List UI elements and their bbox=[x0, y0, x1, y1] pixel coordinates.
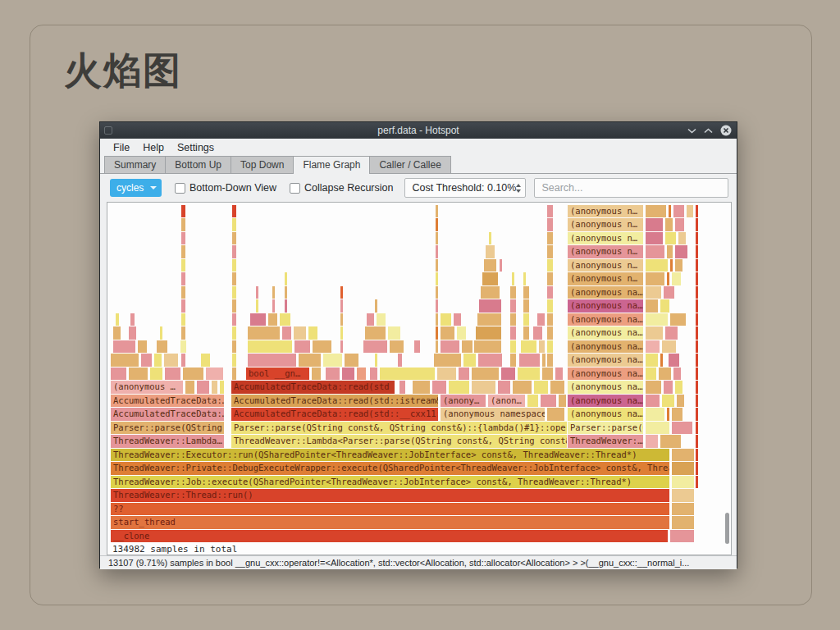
flame-bar[interactable] bbox=[486, 245, 495, 258]
flame-bar[interactable] bbox=[547, 354, 553, 367]
flame-bar[interactable] bbox=[299, 354, 321, 367]
flame-bar[interactable] bbox=[441, 340, 459, 354]
flame-bar[interactable] bbox=[547, 326, 553, 340]
flame-bar[interactable] bbox=[181, 313, 185, 326]
flame-bar[interactable] bbox=[206, 368, 223, 381]
flame-bar[interactable] bbox=[696, 408, 698, 421]
flame-bar[interactable]: (anony… bbox=[441, 395, 486, 408]
flame-bar[interactable] bbox=[232, 218, 236, 231]
flame-bar[interactable] bbox=[248, 326, 280, 340]
flame-bar[interactable] bbox=[646, 422, 669, 435]
flame-bar[interactable] bbox=[672, 408, 682, 421]
flame-bar[interactable]: (anon… bbox=[488, 395, 525, 408]
flame-bar[interactable] bbox=[476, 326, 501, 340]
flame-bar[interactable] bbox=[696, 232, 698, 245]
flame-bar[interactable] bbox=[547, 259, 553, 272]
flame-bar[interactable]: AccumulatedTraceData:… bbox=[111, 408, 224, 421]
flame-bar[interactable] bbox=[441, 326, 454, 340]
flame-bar[interactable] bbox=[547, 340, 553, 354]
flame-bar[interactable] bbox=[510, 286, 516, 299]
flame-bar[interactable] bbox=[181, 272, 185, 285]
flame-bar[interactable] bbox=[547, 232, 553, 245]
flame-bar[interactable] bbox=[696, 286, 698, 299]
search-input[interactable] bbox=[534, 178, 728, 198]
flame-bar[interactable] bbox=[375, 354, 377, 367]
window-titlebar[interactable]: perf.data - Hotspot bbox=[100, 122, 737, 139]
flame-bar[interactable] bbox=[294, 326, 306, 340]
flame-bar[interactable] bbox=[181, 286, 185, 299]
flame-bar[interactable] bbox=[510, 354, 516, 367]
flame-bar[interactable] bbox=[670, 313, 686, 326]
flame-bar[interactable] bbox=[484, 259, 496, 272]
flame-bar[interactable]: ThreadWeaver::Thread::run() bbox=[111, 489, 669, 502]
flame-bar[interactable] bbox=[232, 368, 236, 381]
flame-bar[interactable] bbox=[696, 340, 698, 354]
flame-bar[interactable] bbox=[367, 313, 374, 326]
flame-bar[interactable] bbox=[696, 395, 698, 408]
flame-bar[interactable] bbox=[201, 354, 210, 367]
flame-bar[interactable]: ThreadWeaver::Executor::run(QSharedPoint… bbox=[111, 449, 669, 462]
flame-bar[interactable] bbox=[436, 286, 438, 299]
flame-bar[interactable] bbox=[696, 381, 698, 394]
flame-bar[interactable] bbox=[434, 354, 461, 367]
flame-bar[interactable] bbox=[129, 368, 148, 381]
flame-bar[interactable] bbox=[696, 272, 698, 285]
flame-bar[interactable] bbox=[250, 313, 266, 326]
flame-bar[interactable] bbox=[678, 232, 686, 245]
flame-bar[interactable] bbox=[664, 286, 674, 299]
flame-bar[interactable] bbox=[481, 286, 500, 299]
flame-bar[interactable] bbox=[646, 245, 664, 258]
flame-bar[interactable] bbox=[150, 368, 162, 381]
flame-bar[interactable] bbox=[675, 218, 684, 231]
flame-bar[interactable] bbox=[313, 340, 331, 354]
flame-bar[interactable] bbox=[377, 313, 386, 326]
flame-bar[interactable]: (anonymous na… bbox=[568, 354, 643, 367]
flame-bar[interactable] bbox=[696, 354, 698, 367]
flame-bar[interactable] bbox=[154, 354, 162, 367]
flame-bar[interactable]: (anonymous na… bbox=[568, 286, 643, 299]
flame-bar[interactable] bbox=[510, 313, 516, 326]
flame-bar[interactable]: (anonymous namespace)… bbox=[441, 408, 545, 421]
flame-bar[interactable] bbox=[547, 408, 564, 421]
flame-bar[interactable] bbox=[432, 381, 446, 394]
flame-bar[interactable] bbox=[646, 435, 658, 448]
flame-bar[interactable] bbox=[181, 354, 185, 367]
flame-bar[interactable] bbox=[646, 326, 663, 340]
collapse-recursion-checkbox[interactable] bbox=[290, 183, 300, 194]
flame-bar[interactable] bbox=[312, 368, 321, 381]
flame-bar[interactable]: (anonymous na… bbox=[568, 340, 643, 354]
flame-bar[interactable] bbox=[696, 245, 698, 258]
flame-bar[interactable] bbox=[285, 286, 287, 299]
flame-bar[interactable] bbox=[667, 272, 669, 285]
flame-bar[interactable] bbox=[479, 299, 501, 313]
flame-bar[interactable]: ThreadWeaver:… bbox=[568, 435, 643, 448]
flame-bar[interactable] bbox=[323, 354, 342, 367]
flame-bar[interactable] bbox=[138, 340, 147, 354]
flame-bar[interactable] bbox=[181, 232, 185, 245]
flame-bar[interactable] bbox=[696, 449, 698, 462]
tab-summary[interactable]: Summary bbox=[104, 156, 166, 173]
flame-bar[interactable]: (anonymous na… bbox=[568, 408, 643, 421]
flame-bar[interactable] bbox=[547, 245, 553, 258]
flame-bar[interactable]: bool __gn… bbox=[246, 368, 309, 381]
collapse-recursion-checkbox-group[interactable]: Collapse Recursion bbox=[290, 182, 393, 194]
flame-bar[interactable] bbox=[660, 299, 669, 313]
flame-bar[interactable] bbox=[672, 489, 694, 502]
flame-bar[interactable] bbox=[181, 326, 185, 340]
flame-bar[interactable] bbox=[665, 326, 678, 340]
flame-bar[interactable] bbox=[232, 232, 236, 245]
tab-bottom-up[interactable]: Bottom Up bbox=[165, 156, 231, 173]
maximize-icon[interactable] bbox=[704, 128, 713, 134]
flame-bar[interactable] bbox=[116, 313, 119, 326]
flame-bar[interactable] bbox=[459, 368, 469, 381]
flame-bar[interactable] bbox=[646, 340, 660, 354]
flame-bar[interactable] bbox=[340, 326, 343, 340]
flame-bar[interactable] bbox=[478, 354, 502, 367]
flame-bar[interactable] bbox=[308, 326, 317, 340]
flame-bar[interactable] bbox=[181, 245, 185, 258]
flame-bar[interactable] bbox=[559, 395, 566, 408]
flame-graph[interactable]: (anonymous n…(anonymous n…(anonymous n…(… bbox=[111, 203, 699, 543]
flame-bar[interactable] bbox=[232, 299, 236, 313]
flame-bar[interactable]: Parser::parse(QString const&, QString co… bbox=[231, 422, 567, 435]
flame-bar[interactable] bbox=[340, 286, 343, 299]
